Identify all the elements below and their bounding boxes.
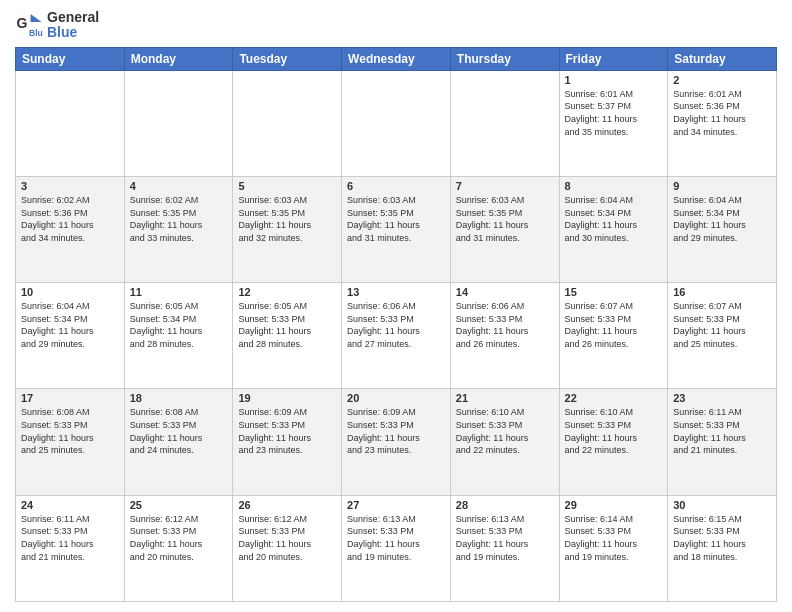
day-info: Sunrise: 6:12 AM Sunset: 5:33 PM Dayligh… [130, 513, 228, 563]
day-number: 4 [130, 180, 228, 192]
calendar-cell: 11Sunrise: 6:05 AM Sunset: 5:34 PM Dayli… [124, 283, 233, 389]
day-info: Sunrise: 6:01 AM Sunset: 5:37 PM Dayligh… [565, 88, 663, 138]
calendar-week-row: 1Sunrise: 6:01 AM Sunset: 5:37 PM Daylig… [16, 70, 777, 176]
day-number: 30 [673, 499, 771, 511]
day-number: 10 [21, 286, 119, 298]
calendar-cell: 12Sunrise: 6:05 AM Sunset: 5:33 PM Dayli… [233, 283, 342, 389]
calendar-cell: 1Sunrise: 6:01 AM Sunset: 5:37 PM Daylig… [559, 70, 668, 176]
day-info: Sunrise: 6:05 AM Sunset: 5:33 PM Dayligh… [238, 300, 336, 350]
day-number: 18 [130, 392, 228, 404]
day-info: Sunrise: 6:06 AM Sunset: 5:33 PM Dayligh… [347, 300, 445, 350]
calendar-cell: 25Sunrise: 6:12 AM Sunset: 5:33 PM Dayli… [124, 495, 233, 601]
day-number: 21 [456, 392, 554, 404]
day-info: Sunrise: 6:10 AM Sunset: 5:33 PM Dayligh… [456, 406, 554, 456]
weekday-header: Sunday [16, 47, 125, 70]
logo-text: GeneralBlue [47, 10, 99, 41]
calendar-cell: 23Sunrise: 6:11 AM Sunset: 5:33 PM Dayli… [668, 389, 777, 495]
logo-general: General [47, 10, 99, 25]
day-info: Sunrise: 6:04 AM Sunset: 5:34 PM Dayligh… [673, 194, 771, 244]
calendar-cell: 14Sunrise: 6:06 AM Sunset: 5:33 PM Dayli… [450, 283, 559, 389]
day-number: 13 [347, 286, 445, 298]
day-number: 22 [565, 392, 663, 404]
calendar-cell: 28Sunrise: 6:13 AM Sunset: 5:33 PM Dayli… [450, 495, 559, 601]
calendar-cell: 26Sunrise: 6:12 AM Sunset: 5:33 PM Dayli… [233, 495, 342, 601]
calendar-cell: 29Sunrise: 6:14 AM Sunset: 5:33 PM Dayli… [559, 495, 668, 601]
calendar-cell: 5Sunrise: 6:03 AM Sunset: 5:35 PM Daylig… [233, 177, 342, 283]
day-number: 1 [565, 74, 663, 86]
day-info: Sunrise: 6:04 AM Sunset: 5:34 PM Dayligh… [565, 194, 663, 244]
day-info: Sunrise: 6:03 AM Sunset: 5:35 PM Dayligh… [456, 194, 554, 244]
calendar-week-row: 24Sunrise: 6:11 AM Sunset: 5:33 PM Dayli… [16, 495, 777, 601]
calendar-cell [16, 70, 125, 176]
header: G Blue GeneralBlue [15, 10, 777, 41]
logo: G Blue GeneralBlue [15, 10, 99, 41]
weekday-header: Wednesday [342, 47, 451, 70]
day-info: Sunrise: 6:01 AM Sunset: 5:36 PM Dayligh… [673, 88, 771, 138]
day-number: 7 [456, 180, 554, 192]
weekday-header: Friday [559, 47, 668, 70]
calendar-cell: 13Sunrise: 6:06 AM Sunset: 5:33 PM Dayli… [342, 283, 451, 389]
day-info: Sunrise: 6:05 AM Sunset: 5:34 PM Dayligh… [130, 300, 228, 350]
logo-icon: G Blue [15, 11, 43, 39]
calendar-cell: 6Sunrise: 6:03 AM Sunset: 5:35 PM Daylig… [342, 177, 451, 283]
day-number: 19 [238, 392, 336, 404]
weekday-header: Tuesday [233, 47, 342, 70]
calendar-cell: 17Sunrise: 6:08 AM Sunset: 5:33 PM Dayli… [16, 389, 125, 495]
calendar-cell [342, 70, 451, 176]
day-number: 27 [347, 499, 445, 511]
day-number: 25 [130, 499, 228, 511]
calendar-cell: 21Sunrise: 6:10 AM Sunset: 5:33 PM Dayli… [450, 389, 559, 495]
weekday-header: Thursday [450, 47, 559, 70]
day-number: 28 [456, 499, 554, 511]
day-info: Sunrise: 6:13 AM Sunset: 5:33 PM Dayligh… [456, 513, 554, 563]
day-info: Sunrise: 6:10 AM Sunset: 5:33 PM Dayligh… [565, 406, 663, 456]
day-info: Sunrise: 6:11 AM Sunset: 5:33 PM Dayligh… [673, 406, 771, 456]
day-number: 29 [565, 499, 663, 511]
weekday-header: Monday [124, 47, 233, 70]
calendar-cell: 2Sunrise: 6:01 AM Sunset: 5:36 PM Daylig… [668, 70, 777, 176]
svg-text:G: G [17, 16, 28, 32]
day-number: 2 [673, 74, 771, 86]
day-info: Sunrise: 6:09 AM Sunset: 5:33 PM Dayligh… [238, 406, 336, 456]
calendar-cell: 4Sunrise: 6:02 AM Sunset: 5:35 PM Daylig… [124, 177, 233, 283]
calendar-cell: 27Sunrise: 6:13 AM Sunset: 5:33 PM Dayli… [342, 495, 451, 601]
day-info: Sunrise: 6:02 AM Sunset: 5:36 PM Dayligh… [21, 194, 119, 244]
day-info: Sunrise: 6:04 AM Sunset: 5:34 PM Dayligh… [21, 300, 119, 350]
day-info: Sunrise: 6:07 AM Sunset: 5:33 PM Dayligh… [673, 300, 771, 350]
day-number: 8 [565, 180, 663, 192]
day-info: Sunrise: 6:03 AM Sunset: 5:35 PM Dayligh… [238, 194, 336, 244]
day-number: 15 [565, 286, 663, 298]
calendar-cell: 19Sunrise: 6:09 AM Sunset: 5:33 PM Dayli… [233, 389, 342, 495]
calendar-cell: 22Sunrise: 6:10 AM Sunset: 5:33 PM Dayli… [559, 389, 668, 495]
day-number: 16 [673, 286, 771, 298]
day-info: Sunrise: 6:06 AM Sunset: 5:33 PM Dayligh… [456, 300, 554, 350]
day-info: Sunrise: 6:11 AM Sunset: 5:33 PM Dayligh… [21, 513, 119, 563]
calendar-cell: 24Sunrise: 6:11 AM Sunset: 5:33 PM Dayli… [16, 495, 125, 601]
calendar-cell [124, 70, 233, 176]
calendar-header-row: SundayMondayTuesdayWednesdayThursdayFrid… [16, 47, 777, 70]
day-info: Sunrise: 6:15 AM Sunset: 5:33 PM Dayligh… [673, 513, 771, 563]
day-number: 9 [673, 180, 771, 192]
calendar-cell: 7Sunrise: 6:03 AM Sunset: 5:35 PM Daylig… [450, 177, 559, 283]
day-number: 12 [238, 286, 336, 298]
day-number: 24 [21, 499, 119, 511]
day-number: 11 [130, 286, 228, 298]
calendar-cell: 18Sunrise: 6:08 AM Sunset: 5:33 PM Dayli… [124, 389, 233, 495]
day-info: Sunrise: 6:03 AM Sunset: 5:35 PM Dayligh… [347, 194, 445, 244]
svg-text:Blue: Blue [29, 28, 43, 38]
day-info: Sunrise: 6:07 AM Sunset: 5:33 PM Dayligh… [565, 300, 663, 350]
day-info: Sunrise: 6:02 AM Sunset: 5:35 PM Dayligh… [130, 194, 228, 244]
calendar-cell: 3Sunrise: 6:02 AM Sunset: 5:36 PM Daylig… [16, 177, 125, 283]
day-number: 20 [347, 392, 445, 404]
day-number: 14 [456, 286, 554, 298]
day-info: Sunrise: 6:13 AM Sunset: 5:33 PM Dayligh… [347, 513, 445, 563]
calendar-cell: 16Sunrise: 6:07 AM Sunset: 5:33 PM Dayli… [668, 283, 777, 389]
calendar-cell: 8Sunrise: 6:04 AM Sunset: 5:34 PM Daylig… [559, 177, 668, 283]
day-info: Sunrise: 6:14 AM Sunset: 5:33 PM Dayligh… [565, 513, 663, 563]
day-number: 3 [21, 180, 119, 192]
day-number: 5 [238, 180, 336, 192]
calendar-week-row: 3Sunrise: 6:02 AM Sunset: 5:36 PM Daylig… [16, 177, 777, 283]
calendar-table: SundayMondayTuesdayWednesdayThursdayFrid… [15, 47, 777, 602]
day-number: 23 [673, 392, 771, 404]
calendar-cell: 20Sunrise: 6:09 AM Sunset: 5:33 PM Dayli… [342, 389, 451, 495]
